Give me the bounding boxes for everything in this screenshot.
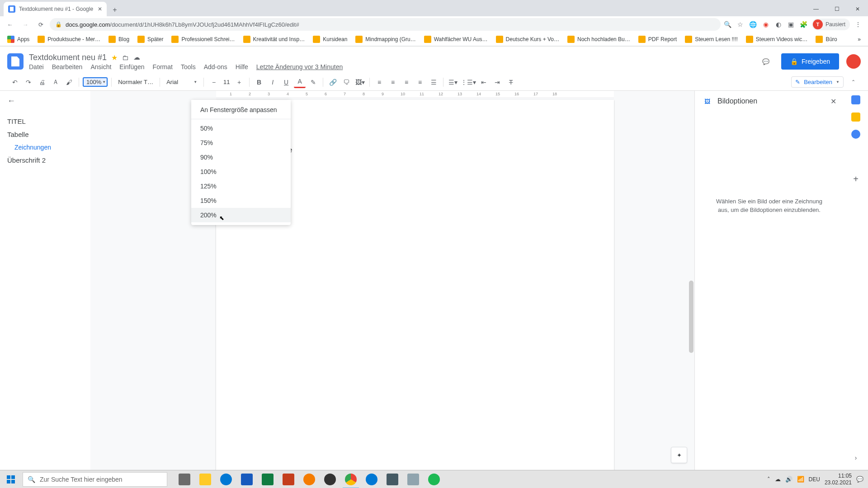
ruler[interactable]: 123456789101112131415161718 <box>216 91 614 98</box>
highlight-color-button[interactable]: ✎ <box>307 76 319 88</box>
align-right-button[interactable]: ≡ <box>401 76 412 88</box>
browser-tab[interactable]: Textdokument neu #1 - Google ✕ <box>4 2 107 16</box>
font-family-select[interactable]: Arial ▼ <box>164 78 200 86</box>
maximize-button[interactable]: ☐ <box>826 2 847 16</box>
menu-ansicht[interactable]: Ansicht <box>90 63 111 70</box>
collapse-toolbar-button[interactable]: ⌃ <box>847 76 859 88</box>
outline-item[interactable]: TITEL <box>7 115 83 128</box>
paint-format-button[interactable]: 🖌 <box>63 76 75 88</box>
decrease-indent-button[interactable]: ⇤ <box>478 76 490 88</box>
extension-icon-3[interactable]: ▣ <box>787 20 796 29</box>
menu-hilfe[interactable]: Hilfe <box>236 63 248 70</box>
zoom-option[interactable]: 150% <box>191 193 291 208</box>
text-color-button[interactable]: A <box>294 76 306 88</box>
font-size-increase[interactable]: + <box>233 76 245 88</box>
zoom-icon[interactable]: 🔍 <box>723 20 732 29</box>
task-view-button[interactable] <box>175 470 194 488</box>
outline-item[interactable]: Überschrift 2 <box>7 154 83 167</box>
insert-comment-button[interactable]: 🗨 <box>340 76 352 88</box>
print-button[interactable]: 🖨 <box>36 76 48 88</box>
tray-language[interactable]: DEU <box>809 476 820 483</box>
app-icon-2[interactable] <box>320 470 340 488</box>
explore-button[interactable]: ✦ <box>671 447 687 463</box>
menu-datei[interactable]: Datei <box>29 63 44 70</box>
font-size-value[interactable]: 11 <box>220 79 233 85</box>
bookmarks-overflow-button[interactable]: » <box>854 34 864 44</box>
spellcheck-button[interactable]: Ａ <box>50 76 61 88</box>
align-justify-button[interactable]: ≡ <box>414 76 426 88</box>
wifi-icon[interactable]: 📶 <box>797 476 804 483</box>
vertical-scrollbar[interactable] <box>689 281 693 353</box>
tab-close-icon[interactable]: ✕ <box>98 6 102 12</box>
menu-einfügen[interactable]: Einfügen <box>119 63 144 70</box>
increase-indent-button[interactable]: ⇥ <box>491 76 503 88</box>
bookmark-item[interactable]: Kursidean <box>309 34 351 45</box>
menu-add-ons[interactable]: Add-ons <box>204 63 227 70</box>
bold-button[interactable]: B <box>253 76 265 88</box>
bookmark-item[interactable]: Blog <box>105 34 133 45</box>
bookmark-item[interactable]: Apps <box>4 34 33 45</box>
bookmark-item[interactable]: Mindmapping (Gru… <box>352 34 419 45</box>
edge-icon[interactable] <box>362 470 382 488</box>
reload-button[interactable]: ⟳ <box>34 18 47 31</box>
bookmark-item[interactable]: Deutsche Kurs + Vo… <box>492 34 563 45</box>
docs-logo-icon[interactable] <box>7 53 24 70</box>
close-panel-button[interactable]: ✕ <box>830 97 836 106</box>
zoom-fit-option[interactable]: An Fenstergröße anpassen <box>191 103 291 117</box>
tasks-addon-icon[interactable] <box>851 130 860 139</box>
align-center-button[interactable]: ≡ <box>387 76 399 88</box>
bookmark-item[interactable]: Später <box>134 34 167 45</box>
insert-image-button[interactable]: 🖼▾ <box>354 76 366 88</box>
paragraph-style-select[interactable]: Normaler T… ▼ <box>115 78 156 86</box>
app-icon-1[interactable] <box>299 470 319 488</box>
editing-mode-select[interactable]: ✎ Bearbeiten ▼ <box>791 76 844 88</box>
bookmark-star-icon[interactable]: ☆ <box>736 20 745 29</box>
align-left-button[interactable]: ≡ <box>373 76 385 88</box>
document-title[interactable]: Textdokument neu #1 <box>29 53 107 62</box>
last-edit-link[interactable]: Letzte Änderung vor 3 Minuten <box>256 63 343 70</box>
zoom-option[interactable]: 50% <box>191 121 291 136</box>
bookmark-item[interactable]: Wahlfächer WU Aus… <box>420 34 491 45</box>
insert-link-button[interactable]: 🔗 <box>327 76 339 88</box>
minimize-button[interactable]: — <box>806 2 826 16</box>
calendar-addon-icon[interactable] <box>851 95 860 104</box>
bookmark-item[interactable]: Professionell Schrei… <box>168 34 238 45</box>
bookmark-item[interactable]: Steuern Videos wic… <box>742 34 811 45</box>
outline-item[interactable]: Zeichnungen <box>7 141 83 154</box>
notifications-icon[interactable]: 💬 <box>856 476 863 483</box>
keep-addon-icon[interactable] <box>851 113 860 122</box>
extensions-menu-icon[interactable]: 🧩 <box>799 20 808 29</box>
file-explorer-icon[interactable] <box>195 470 215 488</box>
account-avatar[interactable] <box>846 54 861 69</box>
start-button[interactable] <box>0 470 22 488</box>
extension-icon-1[interactable]: ◉ <box>761 20 770 29</box>
outline-item[interactable]: Tabelle <box>7 128 83 141</box>
italic-button[interactable]: I <box>267 76 278 88</box>
add-addon-button[interactable]: + <box>853 174 859 184</box>
menu-format[interactable]: Format <box>153 63 173 70</box>
bookmark-item[interactable]: Büro <box>812 34 840 45</box>
outline-back-button[interactable]: ← <box>7 96 83 106</box>
zoom-option[interactable]: 125% <box>191 179 291 193</box>
word-icon[interactable] <box>237 470 257 488</box>
tray-clock[interactable]: 11:05 23.02.2021 <box>825 473 852 486</box>
zoom-option[interactable]: 200% <box>191 208 291 222</box>
bookmark-item[interactable]: Noch hochladen Bu… <box>564 34 634 45</box>
document-canvas[interactable]: 123456789101112131415161718 An Fenstergr… <box>90 91 694 470</box>
comments-button[interactable]: 💬 <box>758 53 774 70</box>
menu-tools[interactable]: Tools <box>181 63 196 70</box>
underline-button[interactable]: U <box>280 76 292 88</box>
back-button[interactable]: ← <box>4 18 16 31</box>
clear-formatting-button[interactable]: T <box>505 76 517 88</box>
font-size-decrease[interactable]: − <box>208 76 220 88</box>
move-icon[interactable]: 🗀 <box>122 54 129 61</box>
zoom-option[interactable]: 90% <box>191 150 291 164</box>
bookmark-item[interactable]: PDF Report <box>635 34 680 45</box>
volume-icon[interactable]: 🔊 <box>785 476 793 483</box>
close-window-button[interactable]: ✕ <box>847 2 868 16</box>
powerpoint-icon[interactable] <box>278 470 298 488</box>
bookmark-item[interactable]: Produktsuche - Mer… <box>34 34 104 45</box>
profile-button[interactable]: T Pausiert <box>812 19 850 30</box>
new-tab-button[interactable]: + <box>108 4 121 16</box>
tray-chevron-icon[interactable]: ˄ <box>767 476 770 483</box>
